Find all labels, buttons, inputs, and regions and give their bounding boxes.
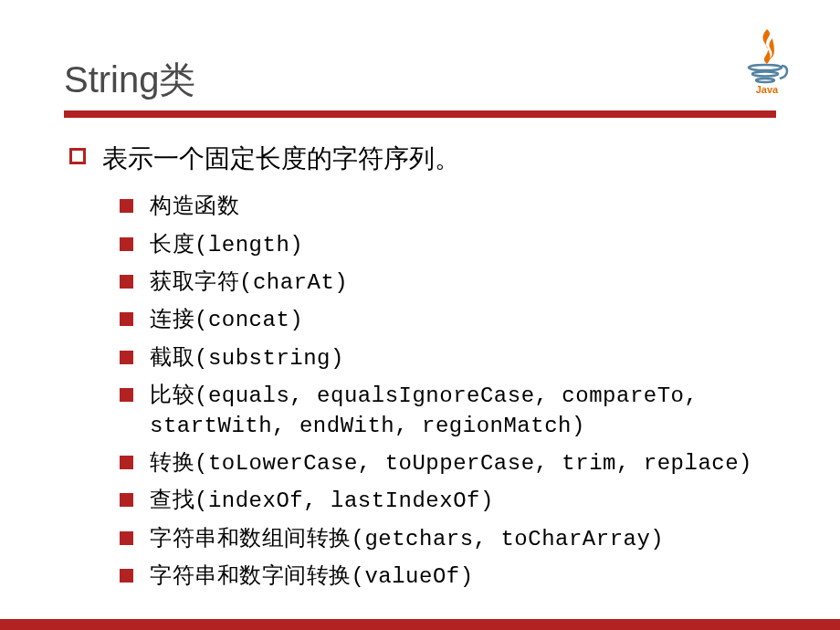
sub-bullet-icon — [120, 237, 133, 251]
sub-item-text: 字符串和数字间转换(valueOf) — [150, 562, 474, 592]
sub-item-text: 查找(indexOf, lastIndexOf) — [150, 487, 494, 516]
sub-item-text: 比较(equals, equalsIgnoreCase, compareTo, … — [150, 382, 776, 441]
main-bullet-icon — [69, 148, 86, 164]
sub-bullet-icon — [120, 531, 133, 545]
list-item: 字符串和数字间转换(valueOf) — [120, 562, 776, 592]
sub-item-text: 获取字符(charAt) — [150, 268, 348, 298]
sub-bullet-icon — [120, 275, 133, 289]
main-point: 表示一个固定长度的字符序列。 — [69, 141, 776, 176]
sub-bullet-icon — [120, 351, 133, 364]
sub-item-text: 连接(concat) — [150, 306, 303, 335]
sub-bullet-icon — [120, 312, 133, 326]
sub-bullet-icon — [120, 456, 133, 469]
slide-content: 表示一个固定长度的字符序列。 构造函数 长度(length) 获取字符(char… — [64, 141, 776, 592]
bottom-accent-bar — [0, 619, 840, 630]
slide-title: String类 — [64, 55, 776, 110]
sub-list: 构造函数 长度(length) 获取字符(charAt) 连接(concat) … — [120, 193, 776, 592]
list-item: 连接(concat) — [120, 306, 776, 335]
list-item: 获取字符(charAt) — [120, 268, 776, 298]
sub-item-text: 转换(toLowerCase, toUpperCase, trim, repla… — [150, 449, 752, 478]
list-item: 构造函数 — [120, 193, 776, 222]
sub-item-text: 长度(length) — [150, 231, 303, 260]
slide-header: String类 — [64, 55, 776, 118]
list-item: 字符串和数组间转换(getchars, toCharArray) — [120, 525, 776, 554]
sub-bullet-icon — [120, 388, 133, 402]
list-item: 长度(length) — [120, 231, 776, 260]
title-underline — [64, 110, 776, 118]
sub-bullet-icon — [120, 493, 133, 507]
sub-item-text: 截取(substring) — [150, 344, 344, 373]
list-item: 比较(equals, equalsIgnoreCase, compareTo, … — [120, 382, 776, 441]
slide-container: Java String类 表示一个固定长度的字符序列。 构造函数 长度(leng… — [0, 0, 840, 630]
main-point-text: 表示一个固定长度的字符序列。 — [102, 141, 460, 176]
list-item: 转换(toLowerCase, toUpperCase, trim, repla… — [120, 449, 776, 478]
sub-bullet-icon — [120, 569, 133, 583]
sub-item-text: 字符串和数组间转换(getchars, toCharArray) — [150, 525, 664, 554]
sub-item-text: 构造函数 — [150, 193, 239, 222]
sub-bullet-icon — [120, 199, 133, 213]
list-item: 截取(substring) — [120, 344, 776, 373]
list-item: 查找(indexOf, lastIndexOf) — [120, 487, 776, 516]
